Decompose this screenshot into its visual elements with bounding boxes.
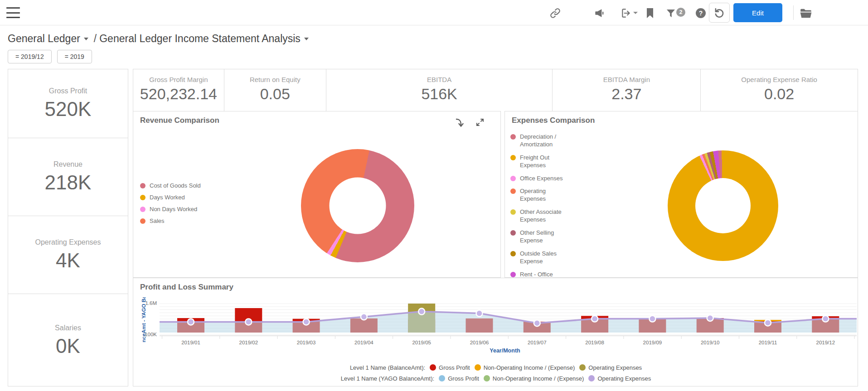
x-tick-label: 2019/07: [528, 340, 547, 345]
legend-item[interactable]: Outside Sales Expense: [510, 250, 578, 265]
legend-item[interactable]: Gross Profit: [439, 375, 479, 382]
top-kpi-gross-profit-margin: Gross Profit Margin520,232.14: [133, 69, 224, 111]
legend-label: Freight Out Expenses: [520, 154, 571, 169]
legend-swatch: [140, 183, 145, 188]
legend-item[interactable]: Depreciation / Amortization: [510, 133, 578, 149]
legend-item[interactable]: Rent - Office: [510, 271, 578, 278]
kpi-value: 0.02: [764, 85, 794, 103]
line-marker[interactable]: [188, 319, 194, 325]
legend-label: Outside Sales Expense: [520, 250, 571, 265]
chevron-down-icon[interactable]: [304, 38, 309, 40]
expenses-donut-chart[interactable]: [668, 150, 778, 261]
legend-item[interactable]: Operating Expenses: [579, 364, 642, 371]
megaphone-icon[interactable]: [592, 6, 606, 20]
line-marker[interactable]: [765, 319, 771, 326]
kpi-value: 516K: [421, 85, 457, 103]
profit-loss-chart[interactable]: 1.6M-100K2019/012019/022019/032019/04201…: [133, 297, 858, 356]
legend-item[interactable]: Gross Profit: [430, 364, 470, 371]
filter-badge: 2: [676, 8, 685, 17]
left-kpi-operating-expenses: Operating Expenses4K: [8, 216, 128, 294]
kpi-value: 520,232.14: [140, 85, 217, 103]
left-kpi-column: Gross Profit520KRevenue218KOperating Exp…: [8, 69, 128, 386]
help-icon[interactable]: ?: [693, 6, 708, 20]
legend-item[interactable]: Sales: [140, 217, 201, 225]
x-tick-label: 2019/08: [585, 340, 604, 345]
x-tick-label: 2019/09: [643, 340, 662, 345]
x-tick-label: 2019/05: [412, 340, 431, 345]
line-marker[interactable]: [245, 319, 252, 325]
legend-row-label: Level 1 Name (YAGO BalanceAmt):: [341, 375, 434, 382]
link-icon[interactable]: [548, 6, 563, 20]
legend-swatch: [510, 272, 516, 277]
expand-icon[interactable]: [475, 118, 485, 130]
legend-item[interactable]: Days Worked: [140, 194, 201, 202]
legend-item[interactable]: Other Selling Expense: [510, 229, 578, 245]
legend-swatch: [510, 188, 516, 194]
kpi-label: EBITDA Margin: [603, 76, 650, 83]
top-kpi-ebitda: EBITDA516K: [326, 69, 553, 111]
legend-item[interactable]: Operating Expenses: [588, 375, 651, 382]
x-tick-label: 2019/06: [470, 340, 489, 345]
kpi-value: 218K: [45, 171, 92, 194]
line-marker[interactable]: [592, 316, 598, 322]
legend-item[interactable]: Non-Operating Income / (Expense): [475, 364, 575, 371]
line-marker[interactable]: [707, 315, 713, 321]
left-kpi-gross-profit: Gross Profit520K: [8, 69, 128, 138]
edit-button[interactable]: Edit: [733, 3, 782, 22]
legend-label: Operating Expenses: [520, 188, 571, 203]
legend-swatch: [510, 155, 516, 160]
bookmark-icon[interactable]: [643, 6, 657, 20]
revenue-donut-chart[interactable]: [301, 149, 414, 262]
legend-item[interactable]: Non Days Worked: [140, 206, 201, 213]
legend-item[interactable]: Office Expenses: [510, 175, 578, 183]
legend-item[interactable]: Operating Expenses: [510, 188, 578, 203]
breadcrumb-folder[interactable]: General Ledger: [8, 33, 80, 44]
legend-item[interactable]: Other Associate Expenses: [510, 208, 578, 224]
legend-swatch: [140, 195, 145, 200]
kpi-value: 0.05: [260, 85, 290, 103]
line-marker[interactable]: [361, 314, 367, 320]
filter-chip-bar: = 2019/12= 2019: [8, 50, 92, 63]
kpi-label: Return on Equity: [250, 76, 301, 83]
legend-item[interactable]: Cost of Goods Sold: [140, 182, 201, 190]
x-tick-label: 2019/03: [297, 340, 316, 345]
legend-item[interactable]: Non-Operating Income / (Expense): [484, 375, 584, 382]
filter-icon[interactable]: [664, 6, 678, 20]
top-kpi-operating-expense-ratio: Operating Expense Ratio0.02: [700, 69, 858, 111]
line-marker[interactable]: [303, 319, 310, 325]
toolbar-divider: [793, 5, 794, 20]
line-marker[interactable]: [418, 309, 425, 315]
breadcrumb-page[interactable]: General Ledger Income Statement Analysis: [99, 33, 301, 44]
x-tick-label: 2019/11: [759, 340, 777, 345]
x-tick-label: 2019/02: [239, 340, 258, 345]
folder-icon[interactable]: [799, 6, 813, 20]
revenue-comparison-panel: Revenue Comparison Cost of Goods SoldDay…: [133, 111, 501, 278]
filter-chip[interactable]: = 2019/12: [8, 50, 52, 63]
line-marker[interactable]: [476, 310, 483, 317]
legend-label: Gross Profit: [448, 375, 479, 382]
line-marker[interactable]: [649, 316, 655, 322]
legend-item[interactable]: Freight Out Expenses: [510, 154, 578, 169]
filter-chip[interactable]: = 2019: [57, 50, 92, 63]
top-kpi-row: Gross Profit Margin520,232.14Return on E…: [133, 69, 858, 111]
legend-swatch: [484, 375, 490, 381]
line-marker[interactable]: [822, 316, 829, 322]
undo-button[interactable]: [709, 3, 730, 23]
line-marker[interactable]: [534, 320, 540, 326]
kpi-label: Revenue: [53, 160, 82, 169]
export-caret-icon[interactable]: [632, 6, 639, 20]
legend-label: Non-Operating Income / (Expense): [493, 375, 584, 382]
drill-arrow-icon[interactable]: [455, 118, 465, 130]
legend-label: Other Selling Expense: [520, 229, 571, 245]
y-tick-label: 1.6M: [145, 300, 157, 306]
expenses-comparison-panel: Expenses Comparison Depreciation / Amort…: [504, 111, 858, 278]
top-kpi-ebitda-margin: EBITDA Margin2.37: [552, 69, 700, 111]
kpi-value: 0K: [56, 335, 80, 357]
legend-swatch: [475, 364, 481, 371]
panel-title: Expenses Comparison: [512, 116, 595, 125]
kpi-value: 4K: [56, 249, 80, 272]
legend-swatch: [439, 375, 445, 381]
x-axis-title: Year/Month: [490, 348, 520, 354]
chevron-down-icon[interactable]: [84, 38, 88, 40]
menu-icon[interactable]: [5, 6, 21, 19]
